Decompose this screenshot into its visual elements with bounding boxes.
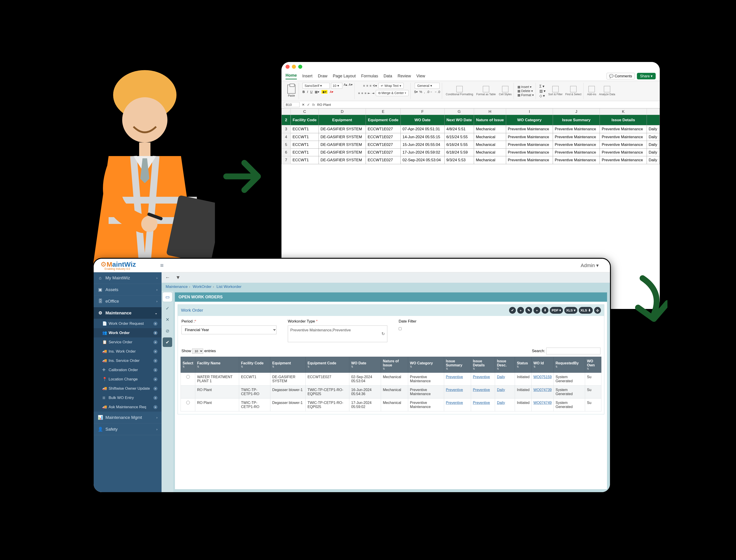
fill-color-icon[interactable]: ◆▾ xyxy=(321,90,327,94)
ribbon-tab-view[interactable]: View xyxy=(416,74,425,78)
col-header[interactable]: C xyxy=(291,109,319,115)
sidebar-subitem[interactable]: 🚚 Ins. Service Order+ xyxy=(94,356,161,365)
lefttab-check[interactable]: ✓ xyxy=(163,304,172,313)
lefttab-block[interactable]: ⊘ xyxy=(163,326,172,336)
data-header-cell[interactable]: Issue Details xyxy=(600,115,647,125)
sidebar-subitem[interactable]: 📍 Location Change+ xyxy=(94,375,161,384)
sidebar-subitem[interactable]: 📄 Work Order Request+ xyxy=(94,319,161,328)
sidebar-subitem[interactable]: 🚚 Shiftwise Owner Update+ xyxy=(94,384,161,393)
col-header[interactable]: K xyxy=(600,109,647,115)
grid-link[interactable]: Preventive xyxy=(446,401,463,405)
increase-font-icon[interactable]: A▴ xyxy=(344,83,347,89)
cell[interactable]: Preventive Maintenance xyxy=(506,133,553,141)
cell[interactable]: 15-Jun-2024 05:55:04 xyxy=(401,141,445,148)
row-select-radio[interactable] xyxy=(186,401,190,404)
row-number[interactable]: 3 xyxy=(282,125,291,133)
cell[interactable]: 6/15/24 5:55 xyxy=(444,133,474,141)
cell[interactable]: ECCWT1 xyxy=(291,125,319,133)
ribbon-tab-pagelayout[interactable]: Page Layout xyxy=(333,74,356,78)
cell[interactable]: 6/18/24 5:59 xyxy=(444,149,474,156)
cell[interactable]: Mechanical xyxy=(474,125,506,133)
close-dot[interactable] xyxy=(285,65,289,69)
data-header-cell[interactable]: Equipment Code xyxy=(365,115,401,125)
comments-button[interactable]: 💬 Comments xyxy=(607,73,635,79)
sidebar-subitem[interactable]: 📋 Service Order+ xyxy=(94,337,161,347)
plus-icon[interactable]: + xyxy=(153,340,157,344)
ribbon-tab-review[interactable]: Review xyxy=(398,74,411,78)
indent-inc-icon[interactable]: ⇥ xyxy=(372,91,375,95)
grid-header-cell[interactable]: Issue Desc.⇅ xyxy=(495,357,515,373)
row-select-radio[interactable] xyxy=(186,375,190,379)
grid-link[interactable]: Preventive xyxy=(473,375,490,379)
fx-confirm-icon[interactable]: ✓ xyxy=(307,103,310,107)
grid-link[interactable]: Preventive xyxy=(446,375,463,379)
cell[interactable]: 17-Jun-2024 05:59:02 xyxy=(401,149,445,156)
data-header-cell[interactable] xyxy=(647,115,660,125)
card-action-button[interactable]: + xyxy=(534,307,540,314)
card-action-button[interactable]: XLS ▾ xyxy=(564,307,577,314)
align-bot-icon[interactable]: ≡ xyxy=(370,84,371,88)
col-header[interactable] xyxy=(647,109,660,115)
align-right-icon[interactable]: ≡ xyxy=(364,91,366,95)
cell[interactable]: Preventive Maintenance xyxy=(553,125,600,133)
search-input[interactable] xyxy=(546,348,601,354)
cell[interactable]: ECCWT1 xyxy=(291,149,319,156)
cell[interactable]: Daily xyxy=(647,149,660,156)
cell[interactable]: ECCWT1E027 xyxy=(365,156,401,164)
data-header-cell[interactable]: Facility Code xyxy=(291,115,319,125)
card-action-button[interactable]: PDF ▾ xyxy=(550,307,563,314)
align-left-icon[interactable]: ≡ xyxy=(358,91,360,95)
col-header[interactable]: I xyxy=(506,109,553,115)
grid-header-cell[interactable]: RequestedBy⇅ xyxy=(554,357,585,373)
col-header[interactable]: E xyxy=(365,109,401,115)
cell[interactable]: DE-GASIFIER SYSTEM xyxy=(318,156,365,164)
cell[interactable]: Preventive Maintenance xyxy=(600,149,647,156)
number-format-select[interactable]: General ▾ xyxy=(415,83,440,89)
autosum-icon[interactable]: Σ ▾ xyxy=(539,84,546,88)
plus-icon[interactable]: + xyxy=(153,322,157,326)
data-header-cell[interactable]: Nature of Issue xyxy=(474,115,506,125)
cell[interactable]: Daily xyxy=(647,156,660,164)
reload-icon[interactable]: ↻ xyxy=(382,331,385,336)
data-header-cell[interactable]: WO Category xyxy=(506,115,553,125)
grid-link[interactable]: WO075159 xyxy=(534,375,552,379)
lefttab-done[interactable]: ✔ xyxy=(163,337,172,347)
italic-icon[interactable]: I xyxy=(307,90,308,94)
cell[interactable]: ECCWT1E027 xyxy=(365,141,401,148)
find-select-button[interactable]: Find & Select xyxy=(565,86,582,96)
conditional-formatting-button[interactable]: Conditional Formatting xyxy=(446,86,473,96)
filter-icon[interactable]: ▼ xyxy=(175,275,180,280)
grid-header-cell[interactable]: WO Date⇅ xyxy=(349,357,381,373)
analyze-data-button[interactable]: Analyze Data xyxy=(599,86,615,96)
lefttab-cancel[interactable]: ✕ xyxy=(163,315,172,324)
percent-icon[interactable]: % xyxy=(420,90,422,94)
cell[interactable]: DE-GASIFIER SYSTEM xyxy=(318,149,365,156)
grid-header-cell[interactable]: WO Category⇅ xyxy=(408,357,444,373)
data-header-cell[interactable]: Next WO Date xyxy=(444,115,474,125)
format-as-table-button[interactable]: Format as Table xyxy=(476,86,496,96)
row-number[interactable]: 5 xyxy=(282,141,291,148)
card-action-button[interactable]: ✎ xyxy=(525,307,532,314)
cell[interactable]: Preventive Maintenance xyxy=(600,125,647,133)
clear-icon[interactable]: ◇ ▾ xyxy=(539,94,546,98)
grid-link[interactable]: Preventive xyxy=(473,388,490,392)
cell[interactable]: DE-GASIFIER SYSTEM xyxy=(318,133,365,141)
ribbon-tab-data[interactable]: Data xyxy=(384,74,392,78)
border-icon[interactable]: ▦▾ xyxy=(315,90,319,94)
grid-link[interactable]: Daily xyxy=(497,388,505,392)
col-header[interactable]: J xyxy=(553,109,600,115)
font-color-icon[interactable]: A▾ xyxy=(330,90,333,94)
sidebar-item[interactable]: ⚙Maintenance⌄ xyxy=(94,307,161,319)
name-box[interactable]: B10 xyxy=(284,102,299,107)
sidebar-item[interactable]: ⌂My MaintWiz› xyxy=(94,272,161,284)
cell[interactable]: 4/8/24 5:51 xyxy=(444,125,474,133)
sidebar-subitem[interactable]: 👥 Work Order+ xyxy=(94,328,161,337)
sidebar-item[interactable]: 🗄eOffice› xyxy=(94,296,161,307)
merge-button[interactable]: ⧉ Merge & Center ▾ xyxy=(376,90,409,96)
sort-filter-button[interactable]: Sort & Filter xyxy=(548,86,563,96)
plus-icon[interactable]: + xyxy=(153,349,157,354)
grid-header-cell[interactable]: Select⇅ xyxy=(181,357,195,373)
formula-value[interactable]: RO Plant xyxy=(317,103,658,107)
grid-header-cell[interactable]: Equipment Code⇅ xyxy=(306,357,349,373)
ribbon-tab-insert[interactable]: Insert xyxy=(302,74,312,78)
